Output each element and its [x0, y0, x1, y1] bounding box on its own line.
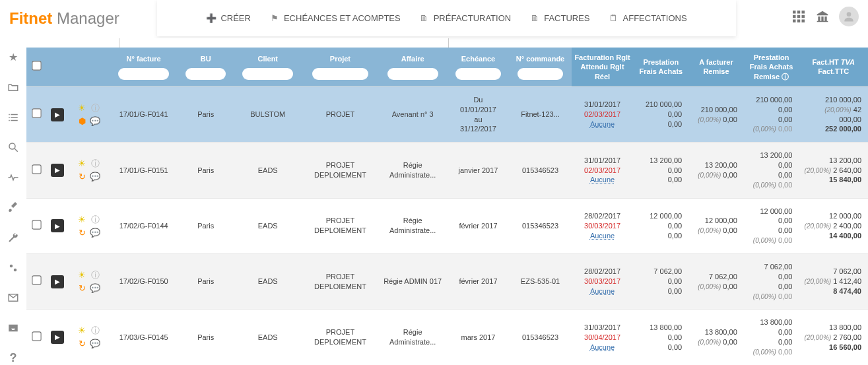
filter-echeance[interactable]: [455, 68, 501, 80]
mail-icon[interactable]: [6, 290, 20, 305]
brush-icon[interactable]: [6, 201, 20, 215]
status-sun-icon[interactable]: ☀: [77, 158, 87, 169]
filter-affaire[interactable]: [387, 68, 438, 80]
clock-refresh-icon[interactable]: ↻: [77, 283, 87, 294]
folder-open-icon[interactable]: [6, 81, 20, 95]
svg-rect-2: [802, 11, 805, 14]
info-icon[interactable]: ⓘ: [90, 270, 100, 281]
svg-line-17: [15, 149, 18, 152]
select-all-checkbox[interactable]: [32, 61, 42, 71]
row-checkbox-cell: [26, 254, 47, 310]
table-row[interactable]: ▶☀ⓘ↻💬17/01/G-F0151ParisEADSPROJET DEPLOI…: [26, 143, 868, 198]
info-icon[interactable]: ⓘ: [90, 103, 100, 114]
clock-refresh-icon[interactable]: ↻: [77, 172, 87, 182]
comment-icon[interactable]: 💬: [90, 283, 100, 294]
header-row-icons: [68, 48, 110, 86]
comment-icon[interactable]: 💬: [90, 339, 100, 349]
play-button[interactable]: ▶: [51, 164, 64, 177]
apps-grid-icon[interactable]: [791, 9, 806, 24]
rglt-reel-link[interactable]: Aucune: [576, 175, 630, 185]
nav-affectations[interactable]: 🗒 AFFECTATIONS: [609, 13, 687, 24]
row-checkbox[interactable]: [32, 331, 42, 341]
cell-a-facturer: 7 062,00(0,00%) 0,00: [688, 254, 744, 310]
row-checkbox[interactable]: [32, 276, 42, 285]
inbox-icon[interactable]: [6, 321, 20, 335]
rglt-reel-link[interactable]: Aucune: [576, 343, 630, 352]
row-checkbox[interactable]: [32, 164, 42, 174]
nav-echeances[interactable]: ⚑ ECHÉANCES ET ACOMPTES: [269, 13, 401, 24]
cell-bu: Paris: [178, 310, 234, 365]
play-button[interactable]: ▶: [51, 219, 64, 232]
list-icon[interactable]: [6, 110, 20, 125]
status-sun-icon[interactable]: ☀: [77, 103, 87, 114]
header-prestation2-l4: Remise ⓘ: [754, 73, 789, 81]
nav-creer-label: CRÉER: [220, 13, 251, 23]
header-fact-ht-l1: Fact.HT: [812, 58, 838, 66]
play-button[interactable]: ▶: [51, 108, 64, 121]
row-checkbox[interactable]: [32, 109, 42, 118]
row-checkbox[interactable]: [32, 220, 42, 229]
table-row[interactable]: ▶☀ⓘ↻💬17/03/G-F0145ParisEADSPROJET DEPLOI…: [26, 310, 868, 365]
cube-icon[interactable]: ⬢: [77, 116, 87, 127]
wrench-icon[interactable]: [6, 230, 20, 245]
cell-prestation: 7 062,000,000,00: [634, 254, 689, 310]
header-prestation2-l3: Achats: [769, 63, 793, 71]
user-avatar[interactable]: [839, 7, 859, 26]
heartbeat-icon[interactable]: [6, 170, 20, 185]
clock-refresh-icon[interactable]: ↻: [77, 339, 87, 349]
logo-brand1: Fitnet: [9, 9, 52, 27]
info-icon[interactable]: ⓘ: [90, 325, 100, 336]
cell-fact-ht: 12 000,00(20,00%) 2 400,0014 400,00: [799, 198, 868, 253]
filter-num-facture[interactable]: [118, 68, 169, 80]
search-icon[interactable]: [6, 141, 20, 155]
cell-affaire: Régie ADMIN 017: [378, 254, 448, 310]
filter-num-commande[interactable]: [517, 68, 563, 80]
status-sun-icon[interactable]: ☀: [77, 325, 87, 336]
filter-projet[interactable]: [312, 68, 369, 80]
nav-factures-label: FACTURES: [544, 13, 589, 23]
info-icon[interactable]: ⓘ: [90, 158, 100, 169]
bank-icon[interactable]: [815, 9, 830, 24]
status-sun-icon[interactable]: ☀: [77, 214, 87, 224]
play-button[interactable]: ▶: [51, 275, 64, 288]
cell-affaire: Avenant n° 3: [378, 86, 448, 142]
cell-prestation: 210 000,000,000,00: [634, 86, 689, 142]
svg-rect-10: [9, 114, 10, 116]
table-row[interactable]: ▶☀ⓘ⬢💬17/01/G-F0141ParisBULSTOMPROJETAven…: [26, 86, 868, 142]
cell-echeance: mars 2017: [447, 310, 509, 365]
filter-client[interactable]: [242, 68, 293, 80]
play-button[interactable]: ▶: [51, 331, 64, 344]
nav-factures[interactable]: 🗎 FACTURES: [529, 13, 589, 24]
svg-point-9: [847, 12, 851, 17]
table-row[interactable]: ▶☀ⓘ↻💬17/02/G-F0150ParisEADSPROJET DEPLOI…: [26, 254, 868, 310]
rglt-reel-link[interactable]: Aucune: [576, 231, 630, 241]
gears-icon[interactable]: [6, 261, 20, 275]
info-icon[interactable]: ⓘ: [90, 214, 100, 224]
cell-a-facturer: 13 200,00(0,00%) 0,00: [688, 143, 744, 198]
star-icon[interactable]: ★: [6, 50, 20, 65]
invoice-table: N° facture BU Client Projet Affaire: [26, 48, 868, 365]
comment-icon[interactable]: 💬: [90, 116, 100, 127]
table-row[interactable]: ▶☀ⓘ↻💬17/02/G-F0144ParisEADSPROJET DEPLOI…: [26, 198, 868, 253]
rglt-reel-link[interactable]: Aucune: [576, 119, 630, 129]
filter-bu[interactable]: [185, 68, 225, 80]
nav-prefacturation-label: PRÉFACTURATION: [434, 13, 512, 23]
nav-creer[interactable]: ➕ CRÉER: [206, 13, 251, 24]
cell-facturation: 28/02/201730/03/2017Aucune: [572, 198, 634, 253]
logo[interactable]: Fitnet Manager: [9, 9, 119, 28]
help-icon[interactable]: ?: [6, 350, 20, 365]
comment-icon[interactable]: 💬: [90, 227, 100, 238]
comment-icon[interactable]: 💬: [90, 172, 100, 182]
status-sun-icon[interactable]: ☀: [77, 270, 87, 281]
nav-prefacturation[interactable]: 🗎 PRÉFACTURATION: [419, 13, 512, 24]
clock-refresh-icon[interactable]: ↻: [77, 227, 87, 238]
svg-rect-0: [793, 11, 796, 14]
rglt-reel-link[interactable]: Aucune: [576, 286, 630, 296]
row-icons-cell: ☀ⓘ⬢💬: [68, 86, 110, 142]
row-play-cell: ▶: [47, 143, 67, 198]
header-client-label: Client: [257, 55, 278, 63]
cell-num-facture: 17/02/G-F0144: [109, 198, 178, 253]
cell-client: EADS: [233, 143, 302, 198]
header-a-facturer: A facturer Remise: [688, 48, 744, 86]
cell-num-commande: EZS-535-01: [509, 254, 571, 310]
